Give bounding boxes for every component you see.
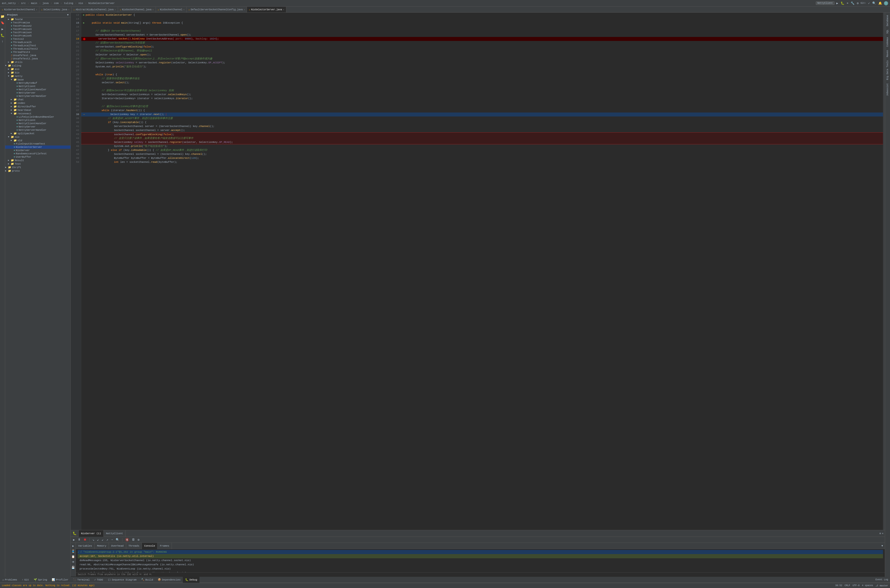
bookmark-icon[interactable]: 🔖 [0,20,5,26]
tab-selectionkey[interactable]: ☕ SelectionKey.java ✕ [39,7,72,12]
search-icon[interactable]: 🔍 [872,1,876,6]
sidebar-item-nettyserver-base[interactable]: › ● NettyServer [5,91,71,94]
sidebar-item-nettyserverhandler-base[interactable]: › ● NettyServerHandler [5,94,71,98]
right-panel-database[interactable]: Database [886,14,889,28]
bottom-tab-spring[interactable]: 🌱 Spring [32,577,50,583]
step-out-button[interactable]: ↗ [105,537,109,542]
bottom-tab-git[interactable]: ↑ Git [20,577,31,583]
close-icon[interactable]: ✕ [244,8,245,11]
debug-tab-nioserver[interactable]: NioServer (1) [79,530,104,537]
mute-breakpoints-button[interactable]: 🔇 [124,537,130,542]
sidebar-item-aio[interactable]: ▶ 📁 aio [5,68,71,71]
step-into-button[interactable]: ↙ [96,537,100,542]
stop-button[interactable]: ⏹ [83,537,87,542]
tab-nioselectorserver[interactable]: ☕ NioSelectorServer.java ✕ [247,7,286,12]
tab-abstractniobytechannel[interactable]: ☕ AbstractNioByteChannel.java ✕ [72,7,118,12]
profile-button[interactable]: 🔧 [850,1,855,6]
sidebar-item-lifecycle[interactable]: › ● LifeCycleInBoundHandler [5,115,71,118]
close-icon[interactable]: ✕ [283,8,284,11]
resume-button[interactable]: ▶ [72,537,76,542]
code-content[interactable]: ▶ public class NioSelectorServer { ▶ pub… [81,13,883,530]
sidebar-item-testpromise5[interactable]: › ● TestPromise5 [5,34,71,38]
sidebar-item-userbuffer[interactable]: › ● UserBuffer [5,155,71,159]
evaluate-button[interactable]: 🔍 [115,537,120,542]
close-debug-icon[interactable]: ✕ [882,532,884,535]
bottom-tab-profiler[interactable]: 📊 Profiler [50,577,71,583]
sidebar-toggle[interactable]: ▼ [67,14,69,16]
coverage-button[interactable]: ☂ [846,1,849,6]
bottom-tab-problems[interactable]: ⚠ Problems [0,577,20,583]
bottom-tab-debug[interactable]: 🐛 Debug [183,577,200,583]
debug-frame-0[interactable]: accept:107, SocketUtils (io.netty.util.i… [78,554,883,558]
notifications-icon[interactable]: 🔔 [878,1,882,6]
sidebar-item-chat[interactable]: ▶ 📁 chat [5,98,71,101]
tab-niosocketchannel-java[interactable]: ☕ NioSocketChannel.java ✕ [118,7,156,12]
sidebar-item-nettyclient-base[interactable]: › ● NettyClient [5,85,71,88]
sidebar-item-nioserver[interactable]: › ● NioServer [5,149,71,152]
debug-inner-tab-threads[interactable]: Threads [126,543,142,549]
sidebar-item-testpromise[interactable]: › ● TestPromise [5,21,71,24]
git-left-icon[interactable]: ↑ [0,39,4,45]
close-icon[interactable]: ✕ [68,8,69,11]
debug-inner-tab-memory[interactable]: Memory [95,543,109,549]
sidebar-item-threadlocaltest[interactable]: › ● ThreadLocalTest [5,44,71,47]
close-icon[interactable]: ✕ [152,8,153,11]
debug-inner-tab-variables[interactable]: Variables [76,543,95,549]
sidebar-item-reconnect[interactable]: ▼ 📁 reconnect [5,112,71,115]
sidebar-item-utils[interactable]: ▶ 📁 Utils [5,60,71,64]
debug-tab-nettyclient[interactable]: NettyClient [104,530,126,537]
sidebar-item-heartbeat[interactable]: ▶ 📁 heartbeat [5,108,71,112]
sidebar-item-nettybytebuf[interactable]: › ● NettyByteBuf [5,81,71,85]
debug-frames-icon[interactable]: 📋 [71,555,75,559]
debug-watch-icon[interactable]: 👁 [71,560,75,564]
debug-play-icon[interactable]: ▶ [72,544,74,548]
right-panel-codemax[interactable]: Codemax [886,36,889,48]
clear-console-button[interactable]: 🗑 [131,537,136,542]
event-log-label[interactable]: Event Log [875,578,888,581]
debug-left-icon[interactable]: 🐛 [0,33,5,38]
bottom-tab-terminal[interactable]: ⬛ Terminal [71,577,92,583]
status-indent[interactable]: 4 spaces [862,584,873,587]
sidebar-item-testxx2[interactable]: › ● Testxx2 [5,38,71,41]
sidebar-item-randomaccessfiletest[interactable]: › ● RandomAccessFileTest [5,152,71,155]
editor-scrollbar[interactable] [883,13,885,530]
tab-defaultserversocketchannelconfig[interactable]: ☕ DefaultServerSocketChannelConfig.java … [186,7,247,12]
step-over-button[interactable]: ↘ [92,537,95,542]
debug-frame-2[interactable]: read:96, AbstractNioMessageChannel$NioMe… [78,562,883,567]
sidebar-item-testw[interactable]: ▶ 📁 TestW [5,18,71,21]
right-panel-sql[interactable]: SQL [886,28,889,35]
sidebar-item-nioselectorserver[interactable]: › ● NioSelectorServer [5,146,71,149]
settings-icon[interactable]: ⚙ [856,1,859,6]
sidebar-item-nettyclient-reconnect[interactable]: › ● NettyClient [5,118,71,122]
sidebar-item-testpromise2[interactable]: › ● TestPromise2 [5,24,71,28]
sidebar-item-netty[interactable]: ▼ 📁 netty [5,74,71,78]
user-avatar[interactable]: U [884,1,888,5]
bottom-tab-sequence[interactable]: ⟨⟩ Sequence Diagram [105,577,139,583]
sidebar-item-base[interactable]: ▼ 📁 base [5,78,71,81]
status-crlf[interactable]: CRLF [845,584,850,587]
sidebar-item-testpromise3[interactable]: › ● TestPromise3 [5,28,71,31]
debug-inner-tab-console[interactable]: Console [142,543,158,549]
debug-frame-3[interactable]: processSelectedKey:751, NioEventLoop (io… [78,567,883,571]
right-panel-maven[interactable]: Maven [886,49,889,58]
filter-icon[interactable]: ▼ [881,544,883,547]
close-icon[interactable]: ✕ [36,8,37,11]
run-button[interactable]: ▶ [836,1,839,6]
bottom-tab-dependencies[interactable]: 📦 Dependencies [155,577,183,583]
bottom-tab-build[interactable]: 🔨 Build [139,577,155,583]
right-panel-bigdata[interactable]: Big Data Tools [886,59,889,81]
git-check-icon[interactable]: ✓ [867,1,870,6]
status-encoding[interactable]: UTF-8 [852,584,860,587]
sidebar-item-unsafetest[interactable]: › J UnsafeTest.java [5,54,71,57]
debug-status-line[interactable]: ✓ √ "nioEventLoopGroup-2-1"@1,262 in gro… [78,550,883,554]
sidebar-item-test[interactable]: ▶ 📁 Test [5,162,71,166]
sidebar-item-directbuffer[interactable]: ▶ 📁 directbuffer [5,105,71,108]
sidebar-item-proto[interactable]: ▶ 📁 proto [5,169,71,172]
bottom-tab-todo[interactable]: ✓ TODO [92,577,105,583]
structure-icon[interactable]: 📁 [0,14,5,20]
tab-nioserversocketchannel[interactable]: ☕ NioServerSocketChannel ✕ [0,7,39,12]
run-cursor-button[interactable]: → [110,537,114,542]
pause-button[interactable]: ⏸ [77,537,82,542]
debug-threads-icon[interactable]: 🧵 [71,549,75,554]
sidebar-item-fileinputstreamtest[interactable]: › ● FileInputStreamTest [5,142,71,146]
